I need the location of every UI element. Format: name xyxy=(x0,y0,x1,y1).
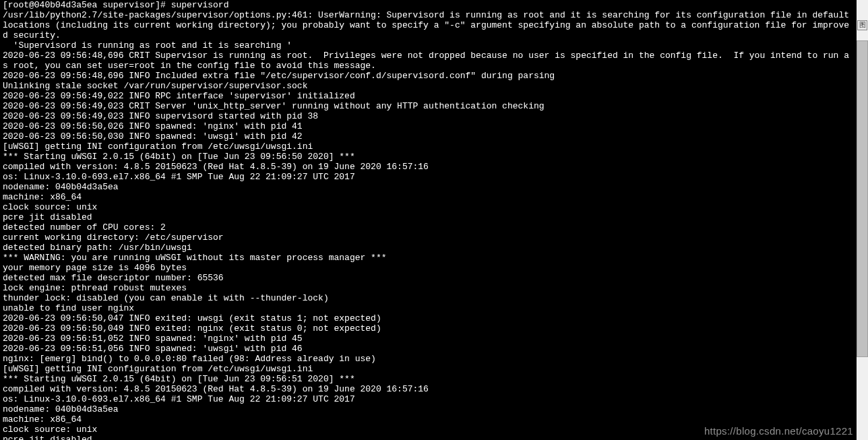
scrollbar-thumb[interactable] xyxy=(857,40,868,357)
scrollbar-track[interactable] xyxy=(857,0,868,440)
terminal-output[interactable]: [root@040b04d3a5ea supervisor]# supervis… xyxy=(0,0,856,440)
image-placeholder-icon: 图 xyxy=(857,20,867,30)
